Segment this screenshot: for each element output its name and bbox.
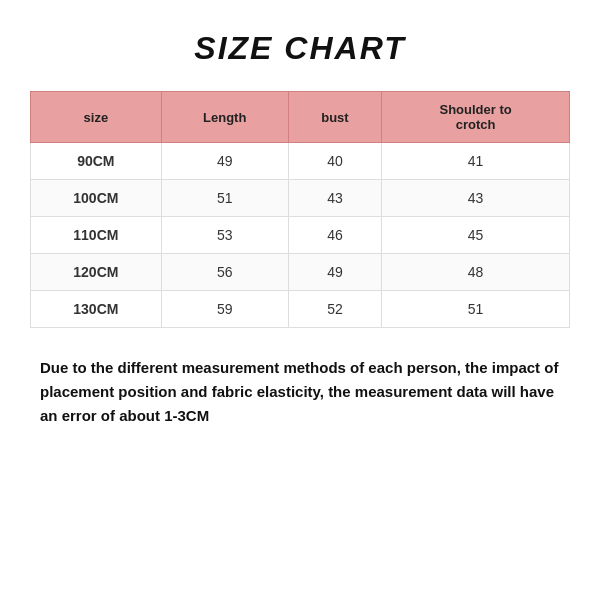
- table-row: 130CM595251: [31, 291, 570, 328]
- table-cell-1: 49: [161, 143, 288, 180]
- table-cell-2: 49: [288, 254, 382, 291]
- table-cell-3: 41: [382, 143, 570, 180]
- measurement-note: Due to the different measurement methods…: [30, 356, 570, 428]
- table-cell-1: 53: [161, 217, 288, 254]
- table-cell-2: 46: [288, 217, 382, 254]
- table-cell-3: 48: [382, 254, 570, 291]
- table-header-row: size Length bust Shoulder to crotch: [31, 92, 570, 143]
- table-cell-0: 90CM: [31, 143, 162, 180]
- table-cell-1: 51: [161, 180, 288, 217]
- page-title: SIZE CHART: [194, 30, 405, 67]
- table-cell-3: 45: [382, 217, 570, 254]
- table-row: 110CM534645: [31, 217, 570, 254]
- table-cell-1: 59: [161, 291, 288, 328]
- page-container: SIZE CHART size Length bust Shoulder to …: [0, 0, 600, 600]
- table-cell-0: 110CM: [31, 217, 162, 254]
- table-row: 100CM514343: [31, 180, 570, 217]
- header-length: Length: [161, 92, 288, 143]
- table-cell-2: 40: [288, 143, 382, 180]
- table-cell-0: 120CM: [31, 254, 162, 291]
- header-shoulder: Shoulder to crotch: [382, 92, 570, 143]
- table-cell-0: 130CM: [31, 291, 162, 328]
- table-cell-0: 100CM: [31, 180, 162, 217]
- table-row: 90CM494041: [31, 143, 570, 180]
- header-bust: bust: [288, 92, 382, 143]
- table-row: 120CM564948: [31, 254, 570, 291]
- table-cell-3: 51: [382, 291, 570, 328]
- table-cell-2: 52: [288, 291, 382, 328]
- table-cell-3: 43: [382, 180, 570, 217]
- table-cell-1: 56: [161, 254, 288, 291]
- table-cell-2: 43: [288, 180, 382, 217]
- header-size: size: [31, 92, 162, 143]
- size-chart-table: size Length bust Shoulder to crotch 90CM…: [30, 91, 570, 328]
